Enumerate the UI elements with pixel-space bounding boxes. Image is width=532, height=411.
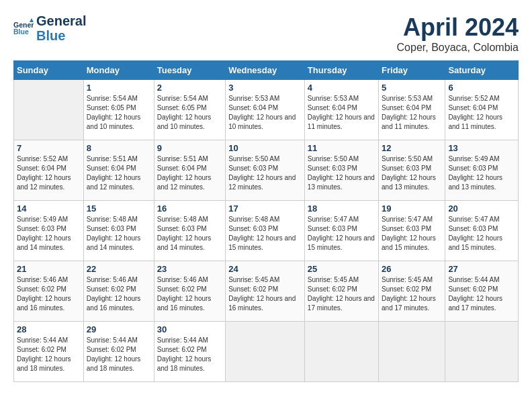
calendar-cell: 21Sunrise: 5:46 AMSunset: 6:02 PMDayligh…: [14, 261, 84, 322]
calendar-cell: 20Sunrise: 5:47 AMSunset: 6:03 PMDayligh…: [445, 201, 519, 261]
day-number: 30: [157, 324, 222, 334]
day-number: 6: [448, 83, 515, 93]
day-info: Sunrise: 5:54 AMSunset: 6:05 PMDaylight:…: [157, 94, 222, 132]
calendar-cell: [445, 322, 519, 382]
day-number: 12: [382, 143, 442, 153]
day-number: 15: [87, 203, 151, 214]
day-number: 16: [157, 203, 222, 214]
calendar-cell: 9Sunrise: 5:51 AMSunset: 6:04 PMDaylight…: [154, 140, 225, 201]
day-number: 19: [382, 203, 442, 214]
day-number: 1: [87, 83, 151, 93]
day-number: 7: [17, 143, 81, 153]
day-number: 22: [87, 264, 151, 274]
logo-blue: Blue: [36, 28, 86, 43]
calendar-cell: [14, 80, 84, 140]
day-info: Sunrise: 5:45 AMSunset: 6:02 PMDaylight:…: [308, 275, 375, 313]
day-info: Sunrise: 5:48 AMSunset: 6:03 PMDaylight:…: [87, 215, 151, 253]
calendar-cell: [226, 322, 305, 382]
calendar-week-row: 14Sunrise: 5:49 AMSunset: 6:03 PMDayligh…: [14, 201, 519, 261]
calendar-cell: 10Sunrise: 5:50 AMSunset: 6:03 PMDayligh…: [226, 140, 305, 201]
calendar-week-row: 1Sunrise: 5:54 AMSunset: 6:05 PMDaylight…: [14, 80, 519, 140]
day-number: 18: [308, 203, 375, 214]
header-tuesday: Tuesday: [154, 61, 225, 80]
day-info: Sunrise: 5:45 AMSunset: 6:02 PMDaylight:…: [228, 275, 302, 313]
day-info: Sunrise: 5:54 AMSunset: 6:05 PMDaylight:…: [87, 94, 151, 132]
calendar-week-row: 7Sunrise: 5:52 AMSunset: 6:04 PMDaylight…: [14, 140, 519, 201]
title-block: April 2024 Coper, Boyaca, Colombia: [397, 13, 519, 54]
day-number: 29: [87, 324, 151, 334]
calendar-table: SundayMondayTuesdayWednesdayThursdayFrid…: [13, 60, 519, 382]
day-info: Sunrise: 5:49 AMSunset: 6:03 PMDaylight:…: [448, 154, 515, 192]
month-title: April 2024: [397, 13, 519, 42]
day-number: 8: [87, 143, 151, 153]
calendar-cell: 19Sunrise: 5:47 AMSunset: 6:03 PMDayligh…: [379, 201, 445, 261]
calendar-cell: 11Sunrise: 5:50 AMSunset: 6:03 PMDayligh…: [304, 140, 378, 201]
logo-icon: General Blue: [13, 18, 34, 38]
day-info: Sunrise: 5:46 AMSunset: 6:02 PMDaylight:…: [17, 275, 81, 313]
day-info: Sunrise: 5:44 AMSunset: 6:02 PMDaylight:…: [17, 336, 81, 373]
calendar-cell: 24Sunrise: 5:45 AMSunset: 6:02 PMDayligh…: [226, 261, 305, 322]
header-wednesday: Wednesday: [226, 61, 305, 80]
day-info: Sunrise: 5:50 AMSunset: 6:03 PMDaylight:…: [382, 154, 442, 192]
logo-general: General: [36, 13, 86, 28]
day-info: Sunrise: 5:52 AMSunset: 6:04 PMDaylight:…: [17, 154, 81, 192]
day-number: 11: [308, 143, 375, 153]
calendar-cell: 30Sunrise: 5:44 AMSunset: 6:02 PMDayligh…: [154, 322, 225, 382]
calendar-cell: 14Sunrise: 5:49 AMSunset: 6:03 PMDayligh…: [14, 201, 84, 261]
day-number: 17: [228, 203, 302, 214]
day-info: Sunrise: 5:53 AMSunset: 6:04 PMDaylight:…: [228, 94, 302, 132]
day-info: Sunrise: 5:46 AMSunset: 6:02 PMDaylight:…: [157, 275, 222, 313]
calendar-cell: 27Sunrise: 5:44 AMSunset: 6:02 PMDayligh…: [445, 261, 519, 322]
calendar-cell: [379, 322, 445, 382]
day-info: Sunrise: 5:47 AMSunset: 6:03 PMDaylight:…: [308, 215, 375, 253]
calendar-cell: 26Sunrise: 5:45 AMSunset: 6:02 PMDayligh…: [379, 261, 445, 322]
day-number: 3: [228, 83, 302, 93]
day-info: Sunrise: 5:47 AMSunset: 6:03 PMDaylight:…: [382, 215, 442, 253]
day-number: 9: [157, 143, 222, 153]
day-info: Sunrise: 5:49 AMSunset: 6:03 PMDaylight:…: [17, 215, 81, 253]
calendar-week-row: 21Sunrise: 5:46 AMSunset: 6:02 PMDayligh…: [14, 261, 519, 322]
header-thursday: Thursday: [304, 61, 378, 80]
header-friday: Friday: [379, 61, 445, 80]
day-info: Sunrise: 5:46 AMSunset: 6:02 PMDaylight:…: [87, 275, 151, 313]
calendar-cell: 6Sunrise: 5:52 AMSunset: 6:04 PMDaylight…: [445, 80, 519, 140]
day-info: Sunrise: 5:44 AMSunset: 6:02 PMDaylight:…: [87, 336, 151, 373]
location: Coper, Boyaca, Colombia: [397, 42, 519, 54]
calendar-cell: 8Sunrise: 5:51 AMSunset: 6:04 PMDaylight…: [83, 140, 154, 201]
calendar-cell: 3Sunrise: 5:53 AMSunset: 6:04 PMDaylight…: [226, 80, 305, 140]
calendar-cell: 15Sunrise: 5:48 AMSunset: 6:03 PMDayligh…: [83, 201, 154, 261]
calendar-cell: 29Sunrise: 5:44 AMSunset: 6:02 PMDayligh…: [83, 322, 154, 382]
day-info: Sunrise: 5:53 AMSunset: 6:04 PMDaylight:…: [308, 94, 375, 132]
calendar-cell: 5Sunrise: 5:53 AMSunset: 6:04 PMDaylight…: [379, 80, 445, 140]
day-info: Sunrise: 5:47 AMSunset: 6:03 PMDaylight:…: [448, 215, 515, 253]
calendar-cell: 13Sunrise: 5:49 AMSunset: 6:03 PMDayligh…: [445, 140, 519, 201]
day-number: 13: [448, 143, 515, 153]
calendar-cell: 4Sunrise: 5:53 AMSunset: 6:04 PMDaylight…: [304, 80, 378, 140]
day-info: Sunrise: 5:50 AMSunset: 6:03 PMDaylight:…: [228, 154, 302, 192]
calendar-header-row: SundayMondayTuesdayWednesdayThursdayFrid…: [14, 61, 519, 80]
day-number: 2: [157, 83, 222, 93]
day-info: Sunrise: 5:51 AMSunset: 6:04 PMDaylight:…: [157, 154, 222, 192]
header-saturday: Saturday: [445, 61, 519, 80]
day-number: 10: [228, 143, 302, 153]
day-info: Sunrise: 5:48 AMSunset: 6:03 PMDaylight:…: [157, 215, 222, 253]
day-number: 4: [308, 83, 375, 93]
calendar-cell: 25Sunrise: 5:45 AMSunset: 6:02 PMDayligh…: [304, 261, 378, 322]
day-info: Sunrise: 5:44 AMSunset: 6:02 PMDaylight:…: [157, 336, 222, 373]
day-number: 26: [382, 264, 442, 274]
day-info: Sunrise: 5:52 AMSunset: 6:04 PMDaylight:…: [448, 94, 515, 132]
day-info: Sunrise: 5:45 AMSunset: 6:02 PMDaylight:…: [382, 275, 442, 313]
day-info: Sunrise: 5:51 AMSunset: 6:04 PMDaylight:…: [87, 154, 151, 192]
day-number: 28: [17, 324, 81, 334]
calendar-cell: 16Sunrise: 5:48 AMSunset: 6:03 PMDayligh…: [154, 201, 225, 261]
day-number: 27: [448, 264, 515, 274]
header-sunday: Sunday: [14, 61, 84, 80]
day-number: 23: [157, 264, 222, 274]
logo: General Blue General Blue: [13, 13, 86, 43]
day-info: Sunrise: 5:53 AMSunset: 6:04 PMDaylight:…: [382, 94, 442, 132]
calendar-cell: 7Sunrise: 5:52 AMSunset: 6:04 PMDaylight…: [14, 140, 84, 201]
page-header: General Blue General Blue April 2024 Cop…: [13, 13, 519, 54]
day-number: 21: [17, 264, 81, 274]
day-info: Sunrise: 5:44 AMSunset: 6:02 PMDaylight:…: [448, 275, 515, 313]
day-number: 20: [448, 203, 515, 214]
